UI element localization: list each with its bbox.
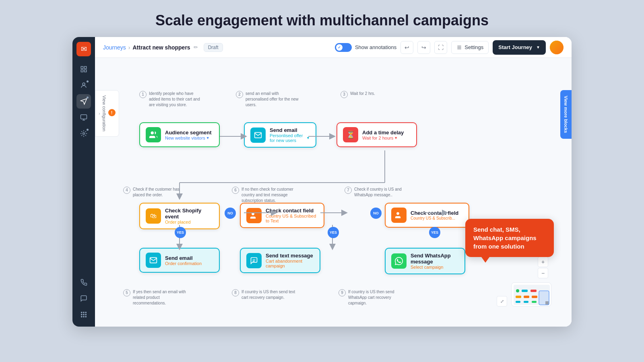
zoom-in-button[interactable]: + — [538, 257, 548, 267]
sidebar-logo[interactable]: ✉ — [76, 42, 91, 56]
svg-rect-44 — [516, 301, 520, 303]
annotation-9: 9 If country is US then send WhatsApp ca… — [339, 289, 403, 306]
view-more-blocks-label: View more blocks — [564, 96, 568, 133]
sidebar-item-chat[interactable] — [76, 291, 91, 306]
fullscreen-button[interactable]: ⤢ — [497, 296, 507, 306]
zoom-out-button[interactable]: − — [538, 268, 548, 278]
annotation-1: 1 Identify people who have added items t… — [139, 91, 204, 108]
badge-yes-contact-2: YES — [429, 227, 440, 238]
node-check-shopify[interactable]: 🛍 Check Shopify event Order placed — [139, 203, 220, 229]
node-send-email-2[interactable]: Send email Order confirmation — [139, 248, 220, 273]
breadcrumb-edit-icon[interactable]: ✏ — [194, 44, 198, 50]
contact-2-sub: Country US & Subscrib... — [411, 216, 458, 220]
svg-point-11 — [85, 312, 86, 313]
node-send-whatsapp[interactable]: Send WhatsApp message Select campaign — [385, 248, 465, 274]
badge-yes-shopify: YES — [175, 227, 186, 238]
view-config-label: View configuration — [102, 95, 107, 132]
user-avatar[interactable] — [550, 41, 564, 54]
annotation-8: 8 If country is US then send text cart r… — [232, 289, 296, 300]
node-send-email-1[interactable]: Send email Personlised offer for new use… — [244, 122, 316, 148]
audience-icon — [146, 127, 161, 142]
svg-point-15 — [81, 316, 82, 317]
svg-rect-39 — [522, 290, 528, 292]
svg-rect-3 — [85, 70, 87, 72]
sidebar-item-workflows[interactable] — [76, 110, 91, 125]
sidebar-item-campaigns[interactable] — [76, 94, 91, 109]
svg-point-17 — [85, 316, 86, 317]
undo-button[interactable]: ↩ — [400, 41, 413, 54]
svg-point-8 — [83, 133, 85, 135]
start-journey-button[interactable]: Start Journey ▼ — [493, 40, 546, 55]
zoom-controls: + − — [538, 257, 548, 278]
settings-icon — [456, 45, 462, 50]
sms-sub: Cart abandonment campaign — [266, 259, 314, 268]
svg-rect-42 — [524, 296, 529, 298]
annotations-toggle-group: Show annotations — [335, 43, 396, 52]
email-1-sub: Personlised offer for new users ▼ — [270, 133, 310, 143]
view-config-chevron: › — [99, 111, 100, 116]
svg-rect-45 — [524, 301, 528, 303]
annotation-7: 7 Check if country is US and WhatsApp me… — [345, 187, 409, 198]
audience-title: Audience segment — [165, 130, 212, 136]
whatsapp-icon — [391, 253, 407, 269]
app-window: ✉ — [72, 37, 572, 327]
node-audience-segment[interactable]: Audience segment New website visitors ▼ — [139, 122, 220, 147]
settings-button[interactable]: Settings — [451, 41, 489, 54]
settings-label: Settings — [464, 44, 483, 50]
flow-canvas: 1 Identify people who have added items t… — [103, 66, 564, 319]
header: Journeys › Attract new shoppers ✏ Draft … — [95, 37, 572, 58]
main-content: Journeys › Attract new shoppers ✏ Draft … — [95, 37, 572, 327]
svg-point-12 — [81, 314, 82, 315]
node-send-sms[interactable]: Send text message Cart abandonment campa… — [240, 248, 320, 273]
annotation-4: 4 Check if the customer has placed the o… — [123, 187, 188, 198]
shopify-icon: 🛍 — [146, 208, 161, 224]
node-check-contact-2[interactable]: Check contact field Country US & Subscri… — [385, 203, 469, 228]
contact-1-title: Check contact field — [266, 208, 318, 214]
svg-rect-2 — [81, 70, 83, 72]
contact-2-title: Check contact field — [411, 210, 458, 216]
svg-point-14 — [85, 314, 86, 315]
breadcrumb-current: Attract new shoppers — [132, 44, 190, 51]
email-2-sub: Order confirmation — [165, 261, 202, 266]
sidebar-item-settings[interactable] — [76, 126, 91, 141]
svg-point-9 — [81, 312, 82, 313]
breadcrumb-journeys[interactable]: Journeys — [103, 44, 126, 51]
minimap[interactable] — [511, 282, 551, 306]
email-2-icon — [146, 253, 161, 268]
svg-rect-0 — [81, 66, 83, 68]
email-1-title: Send email — [270, 127, 310, 133]
tooltip-bubble: Send chat, SMS, WhatsApp campaigns from … — [465, 219, 554, 257]
svg-rect-46 — [532, 301, 537, 303]
tooltip-text: Send chat, SMS, WhatsApp campaigns from … — [473, 226, 537, 250]
annotation-3: 3 Wait for 2 hrs. — [341, 91, 375, 98]
sms-title: Send text message — [266, 253, 314, 259]
svg-point-33 — [252, 212, 254, 215]
view-configuration-panel[interactable]: ! View configuration › — [95, 90, 119, 137]
badge-no-contact-1: NO — [370, 208, 382, 219]
delay-sub: Wait for 2 hours ▼ — [362, 136, 404, 140]
contact-1-icon — [246, 208, 262, 223]
expand-button[interactable]: ⛶ — [434, 41, 447, 54]
svg-point-13 — [83, 314, 84, 315]
node-check-contact-1[interactable]: Check contact field Country US & Subscri… — [240, 203, 324, 228]
warning-icon: ! — [108, 109, 116, 116]
annotations-toggle[interactable] — [335, 43, 352, 52]
sidebar: ✉ — [72, 37, 95, 327]
email-2-title: Send email — [165, 255, 202, 261]
delay-icon: ⏳ — [343, 127, 358, 142]
sidebar-item-contacts[interactable] — [76, 78, 91, 93]
sidebar-item-apps[interactable] — [76, 307, 91, 322]
audience-sub: New website visitors ▼ — [165, 136, 212, 140]
whatsapp-title: Send WhatsApp message — [411, 253, 459, 265]
sidebar-item-dashboard[interactable] — [76, 62, 91, 76]
svg-point-38 — [516, 289, 519, 292]
node-time-delay[interactable]: ⏳ Add a time delay Wait for 2 hours ▼ — [336, 122, 417, 147]
sidebar-item-phone[interactable] — [76, 275, 91, 290]
start-journey-chevron: ▼ — [536, 45, 540, 49]
redo-button[interactable]: ↪ — [417, 41, 430, 54]
page-title: Scale engagement with multichannel campa… — [155, 12, 489, 29]
breadcrumb-separator: › — [128, 44, 130, 51]
delay-title: Add a time delay — [362, 130, 404, 136]
shopify-title: Check Shopify event — [165, 208, 213, 220]
view-more-blocks-button[interactable]: View more blocks — [560, 90, 572, 139]
